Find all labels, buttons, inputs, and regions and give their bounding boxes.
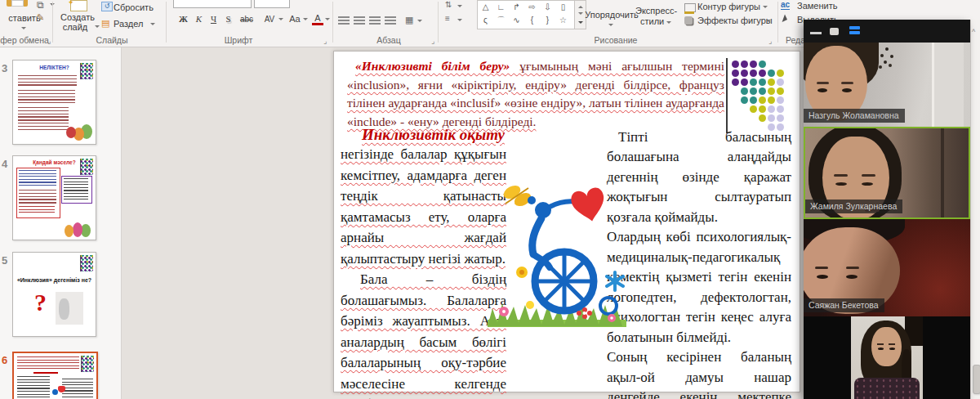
- slide-intro-textbox[interactable]: «Инклюзивті білім беру» ұғымының мәні ағ…: [347, 57, 724, 132]
- reset-button[interactable]: Сбросить: [114, 2, 154, 12]
- align-left-icon[interactable]: [338, 16, 350, 25]
- quick-styles-button[interactable]: Экспресс-: [635, 6, 677, 16]
- italic-button[interactable]: К: [192, 13, 206, 25]
- slide-subheading[interactable]: Инклюзивтік оқыту: [362, 126, 505, 144]
- char-spacing-button[interactable]: AV: [261, 13, 278, 25]
- text-direction-caret[interactable]: [457, 5, 462, 10]
- shape-icon[interactable]: ∟: [493, 1, 509, 14]
- participant-video-2-active-speaker[interactable]: Жамиля Зулкарнаева: [804, 127, 970, 219]
- shape-icon[interactable]: ⇨: [524, 1, 540, 14]
- font-color-caret[interactable]: [325, 18, 330, 23]
- scroll-up-arrow-icon[interactable]: ^: [972, 28, 975, 36]
- section-caret[interactable]: [150, 23, 155, 28]
- heart-clipart: [58, 386, 65, 392]
- underline-button[interactable]: Ч: [207, 13, 220, 25]
- shape-effects-caret[interactable]: [766, 20, 771, 25]
- strikethrough-button[interactable]: abc: [236, 13, 257, 25]
- font-size-combo[interactable]: [254, 0, 290, 8]
- shape-icon[interactable]: ς: [478, 14, 493, 27]
- reset-slide-icon[interactable]: ↺: [101, 2, 113, 11]
- shape-gallery[interactable]: △∟↱⇨⇩▯ς⌒∿{}☆: [477, 0, 575, 29]
- shape-icon[interactable]: ∿: [509, 14, 524, 27]
- new-slide-button[interactable]: Создать: [54, 12, 101, 22]
- align-right-icon[interactable]: [369, 16, 381, 25]
- participant-video-4[interactable]: [804, 316, 970, 399]
- new-slide-icon[interactable]: ✦: [70, 0, 87, 11]
- text-shadow-button[interactable]: S: [221, 13, 235, 25]
- clipboard-dialog-launcher[interactable]: ⌟: [47, 37, 51, 45]
- scrollbar-thumb[interactable]: [973, 365, 980, 394]
- paste-dropdown-caret[interactable]: [21, 27, 26, 32]
- gallery-more-caret[interactable]: [578, 21, 583, 26]
- arrange-caret[interactable]: [608, 24, 613, 29]
- slide-left-column[interactable]: негізінде балалар құқығын кемсітпеу, ада…: [341, 144, 506, 399]
- slide-number: 5: [2, 254, 11, 267]
- new-slide-button-line2[interactable]: слайд: [54, 22, 96, 32]
- clipart-blob: [66, 127, 76, 138]
- section-button[interactable]: Раздел: [114, 19, 143, 29]
- shape-icon[interactable]: ⇩: [540, 1, 555, 14]
- columns-icon[interactable]: ▦: [405, 15, 413, 25]
- text-direction-icon[interactable]: ⇅: [445, 0, 452, 9]
- font-name-combo[interactable]: [173, 0, 252, 8]
- shape-icon[interactable]: }: [540, 14, 555, 27]
- replace-icon[interactable]: ac: [781, 1, 790, 10]
- restore-window-icon[interactable]: [830, 28, 839, 35]
- slide-right-column[interactable]: Тіпті баласының болашағына алаңдайды дег…: [607, 128, 791, 399]
- main-slide-canvas[interactable]: «Инклюзивті білім беру» ұғымының мәні ағ…: [333, 51, 800, 392]
- zoom-titlebar[interactable]: [804, 20, 970, 43]
- slide-thumbnail-4[interactable]: Қандай мәселе?: [12, 155, 96, 240]
- new-slide-caret[interactable]: [95, 25, 100, 30]
- select-cursor-icon[interactable]: [782, 15, 793, 25]
- blue-asterisk-icon: [607, 272, 623, 290]
- dots-decoration: [732, 56, 786, 128]
- bold-button[interactable]: Ж: [176, 13, 190, 25]
- presentation-scrollbar[interactable]: ^: [970, 20, 980, 399]
- slide-thumbnail-5[interactable]: «Инклюзия» дегеніміз не? ?: [12, 252, 96, 337]
- slide-number-selected: 6: [2, 354, 11, 366]
- arrange-button[interactable]: Упорядочить: [585, 10, 639, 20]
- char-spacing-caret[interactable]: [278, 18, 283, 23]
- shape-icon[interactable]: ⌒: [493, 14, 509, 27]
- paragraph-dialog-launcher[interactable]: ⌟: [431, 37, 434, 45]
- section-icon[interactable]: ▤: [101, 18, 109, 29]
- gallery-up-caret[interactable]: [578, 3, 583, 8]
- font-dialog-launcher[interactable]: ⌟: [323, 37, 327, 45]
- right-paragraph-2: Олардың көбі психологиялық-медициналық-п…: [607, 227, 791, 347]
- align-text-icon[interactable]: ≡: [445, 14, 450, 23]
- font-color-button[interactable]: A: [312, 13, 323, 25]
- align-justify-icon[interactable]: [385, 16, 396, 25]
- replace-button[interactable]: Заменить: [797, 1, 837, 11]
- change-case-caret[interactable]: [303, 18, 308, 23]
- slide-thumbnail-3[interactable]: НЕЛІКТЕН?: [12, 60, 96, 145]
- shape-icon[interactable]: ☆: [555, 14, 571, 27]
- view-toggle-icon[interactable]: [849, 26, 860, 36]
- quick-styles-caret[interactable]: [666, 21, 671, 26]
- columns-caret[interactable]: [417, 20, 422, 25]
- minimize-icon[interactable]: [810, 32, 822, 34]
- copy-icon[interactable]: ⧉: [37, 0, 44, 11]
- paste-icon[interactable]: [7, 0, 28, 7]
- align-text-caret[interactable]: [457, 19, 462, 24]
- quick-styles-line2[interactable]: стили: [640, 16, 664, 26]
- gallery-down-caret[interactable]: [578, 12, 583, 17]
- shape-icon[interactable]: △: [478, 1, 493, 14]
- shape-effects-button[interactable]: Эффекты фигуры: [697, 16, 773, 25]
- drawing-dialog-launcher[interactable]: ⌟: [768, 37, 772, 45]
- change-case-button[interactable]: Aa: [287, 13, 303, 25]
- shape-outline-caret[interactable]: [763, 6, 768, 11]
- slide-number: 4: [2, 158, 11, 170]
- participant-name-label: Жамиля Зулкарнаева: [805, 200, 902, 213]
- participant-video-3[interactable]: Саяжан Бекетова: [804, 219, 970, 316]
- align-center-icon[interactable]: [354, 16, 365, 25]
- shape-effects-icon[interactable]: [684, 16, 693, 25]
- shape-outline-icon[interactable]: [684, 3, 696, 12]
- shape-outline-button[interactable]: Контур фигуры: [697, 2, 760, 11]
- mini-heading: [33, 372, 58, 374]
- shape-icon[interactable]: {: [524, 14, 540, 27]
- participant-video-1[interactable]: Назгуль Жоламановна: [804, 43, 970, 127]
- format-painter-icon[interactable]: ✎: [37, 12, 44, 23]
- shape-icon[interactable]: ↱: [509, 1, 524, 14]
- shape-icon[interactable]: ▯: [555, 1, 571, 14]
- slide-thumbnail-6[interactable]: [12, 352, 98, 399]
